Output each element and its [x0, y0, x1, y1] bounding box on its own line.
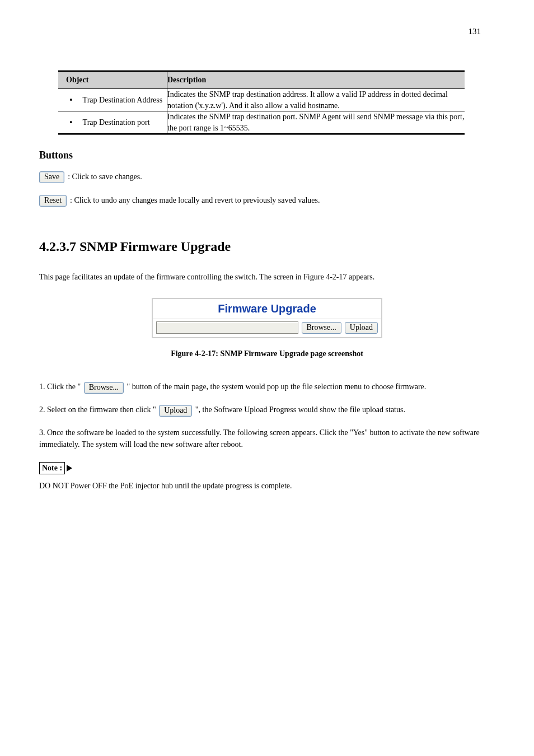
- note-text: DO NOT Power OFF the PoE injector hub un…: [39, 480, 495, 492]
- browse-button[interactable]: Browse...: [302, 322, 341, 334]
- bullet-icon: •: [69, 118, 73, 128]
- table-header-object: Object: [58, 71, 167, 89]
- figure-caption: Figure 4-2-17: SNMP Firmware Upgrade pag…: [39, 349, 495, 358]
- step-1-a: 1. Click the ": [39, 382, 81, 391]
- section-heading: 4.2.3.7 SNMP Firmware Upgrade: [39, 239, 495, 254]
- reset-button[interactable]: Reset: [39, 195, 67, 207]
- browse-button-inline[interactable]: Browse...: [84, 382, 124, 394]
- object-description: Indicates the SNMP trap destination addr…: [167, 89, 465, 111]
- note-label: Note :: [39, 462, 65, 474]
- firmware-upgrade-title: Firmware Upgrade: [218, 302, 316, 315]
- step-2-b: ", the Software Upload Progress would sh…: [195, 405, 405, 414]
- object-label: Trap Destination Address: [83, 95, 163, 105]
- save-button[interactable]: Save: [39, 171, 64, 183]
- upload-button-inline[interactable]: Upload: [159, 405, 192, 417]
- object-description-table: Object Description • Trap Destination Ad…: [58, 70, 465, 135]
- page-number: 131: [469, 27, 481, 36]
- step-3: 3. Once the software be loaded to the sy…: [39, 427, 495, 451]
- step-2-a: 2. Select on the firmware then click ": [39, 405, 156, 414]
- buttons-heading: Buttons: [39, 150, 495, 161]
- reset-button-description: : Click to undo any changes made locally…: [70, 193, 320, 208]
- upload-button[interactable]: Upload: [345, 322, 378, 334]
- table-row: • Trap Destination Address: [58, 89, 167, 111]
- section-intro: This page facilitates an update of the f…: [39, 271, 495, 283]
- bullet-icon: •: [69, 95, 73, 105]
- note-block: Note : DO NOT Power OFF the PoE injector…: [39, 462, 495, 492]
- table-row: • Trap Destination port: [58, 111, 167, 134]
- firmware-upgrade-panel: Firmware Upgrade Browse... Upload: [152, 298, 382, 338]
- firmware-file-input[interactable]: [156, 321, 298, 334]
- object-description: Indicates the SNMP trap destination port…: [167, 111, 465, 134]
- step-1-b: " button of the main page, the system wo…: [127, 382, 426, 391]
- table-header-description: Description: [167, 71, 465, 89]
- save-button-description: : Click to save changes.: [68, 169, 142, 185]
- object-label: Trap Destination port: [83, 118, 150, 128]
- upgrade-steps: 1. Click the " Browse... " button of the…: [39, 381, 495, 451]
